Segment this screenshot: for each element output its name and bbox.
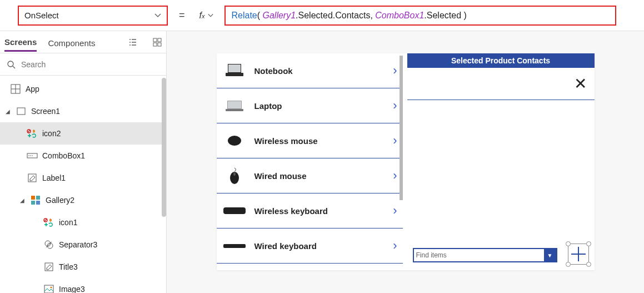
grid-view-icon[interactable] bbox=[153, 38, 162, 47]
product-title: Laptop bbox=[254, 101, 386, 111]
search-icon bbox=[7, 60, 16, 69]
svg-rect-0 bbox=[153, 38, 157, 42]
svg-point-32 bbox=[51, 287, 52, 289]
svg-line-24 bbox=[44, 219, 47, 221]
product-title: Wireless keyboard bbox=[254, 206, 386, 216]
gallery-item[interactable]: Notebook› bbox=[217, 53, 403, 88]
tree-node-label1[interactable]: Label1 bbox=[0, 167, 166, 189]
tree-node-image3[interactable]: Image3 bbox=[0, 278, 166, 293]
tree-tabs: Screens Components bbox=[0, 31, 166, 53]
gallery[interactable]: Notebook›Laptop›Wireless mouse›Wired mou… bbox=[217, 53, 403, 270]
product-image bbox=[222, 62, 247, 80]
tree-node-gallery2[interactable]: ◢Gallery2 bbox=[0, 189, 166, 211]
chevron-right-icon: › bbox=[393, 63, 397, 78]
svg-point-17 bbox=[32, 155, 33, 156]
svg-rect-30 bbox=[45, 263, 53, 271]
svg-point-4 bbox=[8, 61, 13, 67]
screen-preview: Notebook›Laptop›Wireless mouse›Wired mou… bbox=[217, 53, 595, 270]
tree-panel: Screens Components App◢Screen1icon2Combo… bbox=[0, 31, 167, 293]
combobox[interactable]: Find items ▼ bbox=[413, 248, 557, 262]
property-value: OnSelect bbox=[24, 11, 59, 20]
product-image bbox=[222, 97, 247, 115]
formula-input[interactable]: Relate( Gallery1.Selected.Contacts, Comb… bbox=[224, 6, 616, 26]
chevron-right-icon: › bbox=[393, 133, 397, 148]
combo-dropdown-button[interactable]: ▼ bbox=[544, 249, 556, 261]
gallery-item[interactable]: Wireless mouse› bbox=[217, 123, 403, 158]
svg-rect-19 bbox=[31, 196, 35, 200]
gallery-item[interactable]: Wired mouse› bbox=[217, 158, 403, 193]
svg-rect-9 bbox=[17, 108, 25, 115]
svg-rect-20 bbox=[36, 196, 40, 200]
product-title: Wired keyboard bbox=[254, 241, 386, 251]
tree-node-title3[interactable]: Title3 bbox=[0, 256, 166, 278]
gallery-scrollbar[interactable] bbox=[400, 56, 403, 200]
svg-rect-3 bbox=[158, 43, 161, 46]
contacts-header: Selected Product Contacts bbox=[407, 53, 595, 68]
chevron-right-icon: › bbox=[393, 239, 397, 253]
tab-screens[interactable]: Screens bbox=[4, 32, 37, 52]
svg-line-29 bbox=[46, 242, 52, 247]
add-icon-selected[interactable] bbox=[566, 241, 591, 267]
svg-point-15 bbox=[28, 155, 29, 156]
svg-point-39 bbox=[228, 136, 241, 146]
svg-line-5 bbox=[13, 66, 15, 68]
svg-line-11 bbox=[28, 130, 30, 132]
formula-bar: OnSelect = fx Relate( Gallery1.Selected.… bbox=[0, 0, 644, 31]
tree-node-icon2[interactable]: icon2 bbox=[0, 122, 166, 145]
tree-scrollbar[interactable] bbox=[162, 78, 166, 217]
tree-node-combobox1[interactable]: ComboBox1 bbox=[0, 145, 166, 167]
product-title: Wired mouse bbox=[254, 171, 386, 181]
svg-rect-42 bbox=[223, 207, 246, 214]
chevron-right-icon: › bbox=[393, 98, 397, 113]
chevron-right-icon: › bbox=[393, 203, 397, 218]
svg-point-16 bbox=[30, 155, 31, 156]
tree-search-input[interactable] bbox=[21, 60, 159, 69]
gallery-item[interactable]: Wireless keyboard› bbox=[217, 193, 403, 229]
gallery-item[interactable]: Wired keyboard› bbox=[217, 229, 403, 264]
svg-rect-22 bbox=[36, 201, 40, 205]
product-title: Wireless mouse bbox=[254, 136, 386, 146]
list-view-icon[interactable] bbox=[128, 38, 137, 47]
svg-rect-35 bbox=[226, 73, 243, 76]
svg-rect-38 bbox=[226, 109, 243, 111]
product-image bbox=[222, 202, 247, 220]
svg-rect-21 bbox=[31, 201, 35, 205]
svg-rect-31 bbox=[44, 285, 53, 293]
product-image bbox=[222, 167, 247, 185]
chevron-right-icon: › bbox=[393, 168, 397, 183]
canvas: Notebook›Laptop›Wireless mouse›Wired mou… bbox=[167, 31, 644, 293]
combo-placeholder: Find items bbox=[416, 251, 447, 259]
gallery-item[interactable]: Laptop› bbox=[217, 88, 403, 123]
product-title: Notebook bbox=[254, 66, 386, 76]
product-image bbox=[222, 132, 247, 150]
tree-node-app[interactable]: App bbox=[0, 78, 166, 100]
product-image bbox=[222, 237, 247, 255]
svg-rect-37 bbox=[228, 101, 241, 108]
tree-node-icon1[interactable]: icon1 bbox=[0, 211, 166, 234]
chevron-down-icon bbox=[154, 12, 161, 19]
search-row bbox=[0, 53, 166, 76]
svg-rect-43 bbox=[223, 244, 246, 248]
svg-rect-2 bbox=[153, 43, 157, 46]
svg-point-41 bbox=[233, 172, 236, 176]
property-selector[interactable]: OnSelect bbox=[18, 6, 168, 26]
plus-icon bbox=[571, 247, 586, 261]
close-icon[interactable]: ✕ bbox=[574, 75, 587, 93]
equals-label: = bbox=[176, 9, 188, 21]
tab-components[interactable]: Components bbox=[48, 33, 95, 51]
tree-node-screen1[interactable]: ◢Screen1 bbox=[0, 100, 166, 122]
tree-node-separator3[interactable]: Separator3 bbox=[0, 234, 166, 256]
fx-label[interactable]: fx bbox=[196, 11, 217, 21]
svg-rect-1 bbox=[158, 38, 161, 42]
contact-row: ✕ bbox=[407, 68, 595, 100]
tree: App◢Screen1icon2ComboBox1Label1◢Gallery2… bbox=[0, 76, 166, 293]
chevron-down-icon bbox=[208, 13, 213, 18]
svg-rect-34 bbox=[228, 64, 241, 72]
svg-rect-18 bbox=[28, 174, 36, 182]
contacts-panel: Selected Product Contacts ✕ Find items ▼ bbox=[407, 53, 595, 270]
